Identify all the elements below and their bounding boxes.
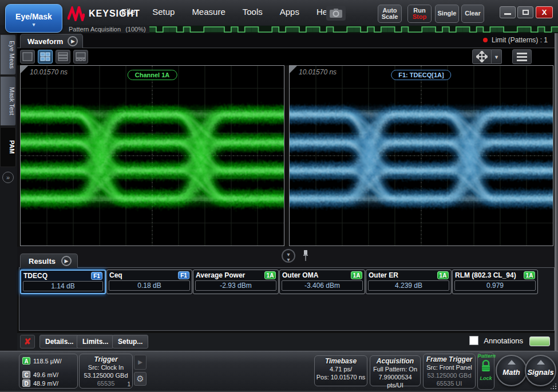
- acquisition-title: Acquisition: [370, 357, 420, 365]
- timebase-title: Timebase: [315, 357, 367, 365]
- panel-menu-button[interactable]: [512, 49, 532, 64]
- pattern-lock-indicator[interactable]: Pattern Lock: [477, 353, 494, 390]
- padlock-icon: [480, 359, 492, 373]
- minimize-icon: [504, 13, 511, 15]
- signals-button[interactable]: Signals: [525, 355, 556, 386]
- timebase-panel[interactable]: Timebase 4.71 ps/ Pos: 10.01570 ns: [314, 355, 367, 386]
- eye-diagram-blue-plot: [290, 66, 553, 246]
- setup-button[interactable]: Setup...: [112, 335, 148, 349]
- screenshot-button[interactable]: [326, 6, 346, 21]
- result-value: -3.406 dBm: [282, 280, 363, 291]
- clear-button[interactable]: Clear: [461, 5, 484, 23]
- sidebar-item-pam[interactable]: PAM: [0, 127, 16, 167]
- eye-diagram-channel-1a[interactable]: 10.01570 ns Channel 1A: [20, 65, 284, 246]
- trigger-collapse-button[interactable]: ▶: [134, 355, 147, 370]
- trigger-panel[interactable]: Trigger Src: Clock In 53.125000 GBd 6553…: [79, 354, 133, 389]
- source-badge-channel-1a[interactable]: Channel 1A: [128, 70, 177, 80]
- chevron-down-icon: ▾: [6, 22, 62, 27]
- pan-tool-dropdown[interactable]: ▼: [492, 49, 502, 64]
- layout-mixed-button[interactable]: [73, 50, 88, 64]
- menu-bar: File Setup Measure Tools Apps Help: [121, 7, 334, 17]
- source-badge-f1-tdecq[interactable]: F1: TDECQ[1A]: [391, 70, 451, 80]
- collapse-results-button[interactable]: ▾▾: [282, 249, 295, 263]
- layout-quad-button[interactable]: [38, 50, 53, 64]
- annotations-checkbox[interactable]: [469, 336, 478, 345]
- result-cell-tdecq[interactable]: TDECQ F1 1.14 dB: [20, 270, 106, 294]
- triangle-right-icon: ▶: [138, 359, 143, 365]
- eye-mask-mode-button[interactable]: Eye/Mask ▾: [5, 4, 62, 33]
- result-cell-outer-oma[interactable]: Outer OMA 1A -3.406 dBm: [279, 270, 365, 294]
- pan-tool-button[interactable]: [472, 49, 492, 64]
- results-tab-label: Results: [29, 257, 56, 266]
- pin-results-button[interactable]: [302, 250, 309, 264]
- limits-button[interactable]: Limits...: [77, 335, 114, 349]
- pattern-acquisition-row: Pattern Acquisition (100%): [0, 25, 558, 33]
- menu-apps[interactable]: Apps: [280, 7, 299, 17]
- result-cell-outer-er[interactable]: Outer ER 1A 4.239 dB: [366, 270, 452, 294]
- minimize-button[interactable]: [500, 6, 516, 18]
- result-value: 0.979: [454, 280, 536, 291]
- settings-gear-button[interactable]: ⚙: [134, 372, 147, 386]
- menu-file[interactable]: File: [121, 7, 135, 17]
- eye-diagram-tdecq-f1[interactable]: 10.01570 ns F1: TDECQ[1A]: [289, 65, 553, 246]
- channel-a-badge: A: [22, 357, 30, 365]
- layout-single-button[interactable]: [20, 50, 35, 64]
- auto-scale-label-2: Scale: [382, 13, 398, 20]
- channel-c-scale: 49.6 mV/: [33, 371, 58, 378]
- result-name: Ceq: [109, 271, 122, 279]
- status-bar: A 118.5 µW/ C 49.6 mV/ D 48.9 mV/ Trigge…: [0, 351, 558, 391]
- single-button[interactable]: Single: [435, 5, 459, 23]
- run-stop-button[interactable]: Run Stop: [407, 5, 432, 23]
- acquisition-panel[interactable]: Acquisition Full Pattern: On 7.99000534 …: [370, 355, 421, 386]
- display-toolbar: ▼: [17, 49, 555, 65]
- result-cell-ceq[interactable]: Ceq F1 0.18 dB: [106, 270, 192, 294]
- channel-scales-panel[interactable]: A 118.5 µW/ C 49.6 mV/ D 48.9 mV/: [19, 354, 78, 389]
- gear-icon: ⚙: [136, 374, 144, 383]
- result-cell-average-power[interactable]: Average Power 1A -2.93 dBm: [193, 270, 279, 294]
- play-circle-icon[interactable]: ▶: [61, 256, 72, 266]
- result-name: RLM (802.3 CL_94): [455, 271, 516, 279]
- result-value: -2.93 dBm: [195, 280, 276, 291]
- corner-marker-icon: [21, 66, 28, 73]
- menu-measure[interactable]: Measure: [192, 7, 225, 17]
- frame-trigger-panel[interactable]: Frame Trigger Src: Front Panel 53.125000…: [423, 354, 476, 389]
- math-button[interactable]: Math: [496, 355, 527, 386]
- result-cell-rlm[interactable]: RLM (802.3 CL_94) 1A 0.979: [452, 270, 538, 294]
- pin-icon: [302, 250, 309, 262]
- menu-tools[interactable]: Tools: [243, 7, 263, 17]
- corner-marker-icon: [290, 66, 297, 73]
- sidebar-item-mask-test[interactable]: Mask Test: [0, 76, 16, 126]
- sidebar-item-eye-meas[interactable]: Eye Meas: [0, 34, 16, 75]
- tab-results[interactable]: Results ▶: [20, 254, 78, 268]
- window-resize-grip[interactable]: [550, 383, 557, 390]
- frame-trigger-rate: 53.125000 GBd: [424, 371, 475, 379]
- channel-d-scale: 48.9 mV/: [33, 380, 58, 387]
- result-name: Average Power: [196, 271, 245, 279]
- results-panel: TDECQ F1 1.14 dB Ceq F1 0.18 dB Average …: [19, 267, 555, 331]
- timebase-annotation: 10.01570 ns: [30, 68, 68, 76]
- triangle-up-icon: [508, 360, 516, 365]
- frame-trigger-source: Src: Front Panel: [424, 363, 475, 371]
- play-circle-icon[interactable]: ▶: [68, 36, 78, 46]
- maximize-button[interactable]: [517, 6, 533, 18]
- red-x-icon: ✘: [24, 336, 31, 346]
- annotation-color-button[interactable]: [529, 336, 550, 346]
- chevron-double-right-icon: »: [6, 174, 10, 181]
- limit-status-dot: [483, 38, 488, 42]
- results-cell-row: TDECQ F1 1.14 dB Ceq F1 0.18 dB Average …: [20, 270, 538, 294]
- limit-indicator: Limit (Patterns) : 1: [483, 36, 548, 44]
- annotations-label: Annotations: [484, 336, 523, 345]
- frame-trigger-title: Frame Trigger: [424, 355, 475, 363]
- layout-rows-button[interactable]: [56, 50, 70, 64]
- clear-results-button[interactable]: ✘: [20, 335, 35, 349]
- source-badge-1a: 1A: [437, 271, 449, 279]
- tab-waveform[interactable]: Waveform ▶: [20, 34, 83, 48]
- layout-rows-icon: [58, 52, 68, 61]
- sidebar-expand-button[interactable]: »: [2, 172, 14, 183]
- details-button[interactable]: Details...: [39, 335, 79, 349]
- close-button[interactable]: X: [536, 6, 553, 18]
- math-label: Math: [502, 368, 520, 377]
- menu-setup[interactable]: Setup: [152, 7, 175, 17]
- auto-scale-button[interactable]: Auto Scale: [378, 5, 402, 23]
- result-name: TDECQ: [23, 272, 48, 280]
